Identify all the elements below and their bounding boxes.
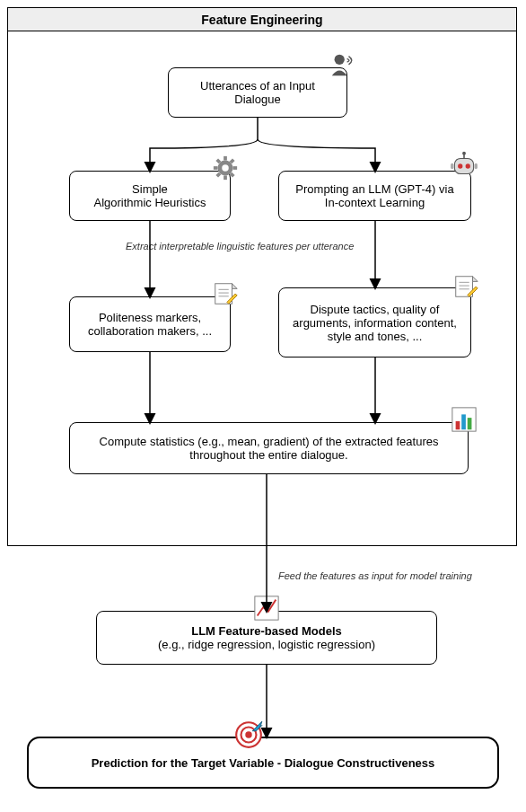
linechart-icon bbox=[253, 595, 280, 622]
node-politeness: Politeness markers, collaboration makers… bbox=[69, 296, 231, 352]
node-heuristics-text: Simple Algorithmic Heuristics bbox=[94, 182, 206, 209]
edge-label-extract: Extract interpretable linguistic feature… bbox=[126, 241, 359, 252]
svg-rect-2 bbox=[224, 156, 227, 161]
robot-icon bbox=[449, 151, 479, 181]
gear-icon bbox=[212, 154, 239, 181]
target-icon bbox=[233, 719, 264, 750]
svg-point-12 bbox=[458, 163, 462, 168]
svg-rect-11 bbox=[454, 159, 473, 174]
node-compute-stats: Compute statistics (e.g., mean, gradient… bbox=[69, 422, 469, 474]
svg-point-10 bbox=[222, 164, 229, 172]
node-prediction-text: Prediction for the Target Variable - Dia… bbox=[92, 756, 435, 770]
barchart-icon bbox=[451, 406, 478, 433]
node-input-text: Utterances of an Input Dialogue bbox=[178, 79, 338, 106]
svg-rect-28 bbox=[461, 414, 466, 429]
svg-rect-4 bbox=[214, 166, 218, 170]
svg-rect-16 bbox=[451, 163, 453, 169]
edge-label-feed: Feed the features as input for model tra… bbox=[278, 570, 512, 581]
node-dispute-text: Dispute tactics, quality of arguments, i… bbox=[288, 303, 461, 343]
node-dispute: Dispute tactics, quality of arguments, i… bbox=[278, 287, 471, 357]
svg-point-13 bbox=[466, 163, 470, 168]
speaker-icon bbox=[329, 50, 355, 77]
frame-title: Feature Engineering bbox=[8, 8, 516, 31]
note-icon bbox=[212, 280, 239, 307]
node-models-sub: (e.g., ridge regression, logistic regres… bbox=[158, 638, 375, 651]
svg-rect-3 bbox=[224, 175, 227, 180]
node-llm-text: Prompting an LLM (GPT-4) via In-context … bbox=[288, 182, 461, 209]
svg-rect-5 bbox=[232, 166, 237, 170]
svg-point-15 bbox=[462, 152, 466, 155]
note-icon bbox=[452, 273, 479, 300]
node-stats-text: Compute statistics (e.g., mean, gradient… bbox=[79, 435, 459, 462]
node-politeness-text: Politeness markers, collaboration makers… bbox=[79, 311, 221, 338]
svg-rect-17 bbox=[475, 163, 478, 169]
node-input-dialogue: Utterances of an Input Dialogue bbox=[168, 67, 347, 118]
node-heuristics: Simple Algorithmic Heuristics bbox=[69, 171, 231, 221]
node-models-bold: LLM Feature-based Models bbox=[191, 624, 342, 638]
svg-point-0 bbox=[335, 55, 345, 65]
node-llm-prompting: Prompting an LLM (GPT-4) via In-context … bbox=[278, 171, 471, 221]
svg-rect-29 bbox=[468, 418, 472, 429]
svg-rect-27 bbox=[456, 421, 460, 429]
svg-point-33 bbox=[245, 731, 251, 737]
